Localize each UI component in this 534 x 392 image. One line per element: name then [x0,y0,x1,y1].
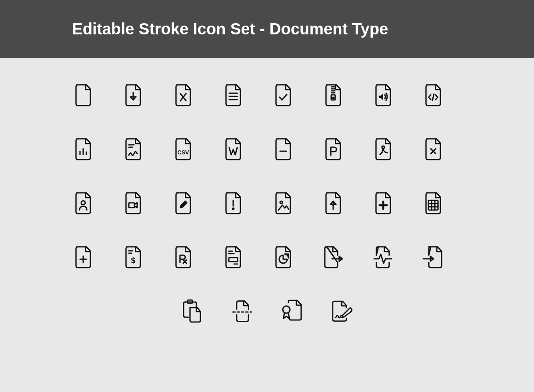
svg-rect-7 [428,200,438,210]
file-csv-icon: CSV [172,136,194,162]
file-edit-icon [172,190,194,216]
file-alert-icon [222,190,244,216]
file-clipboard-icon [181,298,203,324]
file-check-icon [272,82,294,108]
icon-row [72,82,462,108]
file-signature-icon [122,136,144,162]
icon-grid: CSV [0,58,534,368]
file-upload-icon [322,190,344,216]
file-break-icon [231,298,253,324]
file-chart-bar-icon [72,136,94,162]
file-pdf-icon [372,136,394,162]
svg-text:$: $ [131,256,135,265]
page-title: Editable Stroke Icon Set - Document Type [0,0,534,58]
icon-row [72,190,462,216]
file-image-icon [272,190,294,216]
file-minus-icon [272,136,294,162]
file-excel-icon [172,82,194,108]
file-remove-icon [422,136,444,162]
icon-row: CSV [72,136,462,162]
file-spreadsheet-icon [422,190,444,216]
file-certificate-icon [281,298,303,324]
title-text: Editable Stroke Icon Set - Document Type [72,20,388,38]
file-export-icon [322,244,344,270]
file-import-icon [422,244,444,270]
file-prescription-icon [172,244,194,270]
svg-rect-9 [229,258,238,262]
file-text-icon [222,82,244,108]
file-form-icon [222,244,244,270]
svg-point-6 [280,201,282,204]
file-invoice-icon: $ [122,244,144,270]
svg-text:CSV: CSV [177,149,189,156]
file-download-icon [122,82,144,108]
file-word-icon [222,136,244,162]
svg-rect-4 [129,203,134,208]
svg-point-3 [81,201,85,205]
file-user-icon [72,190,94,216]
file-medical-icon [372,190,394,216]
file-add-icon [72,244,94,270]
file-pie-icon [272,244,294,270]
icon-row: $ [72,244,462,270]
file-blank-icon [72,82,94,108]
svg-point-5 [232,208,234,210]
file-activity-icon [372,244,394,270]
file-audio-icon [372,82,394,108]
file-code-icon [422,82,444,108]
file-zip-icon [322,82,344,108]
icon-row [72,298,462,324]
file-powerpoint-icon [322,136,344,162]
file-video-icon [122,190,144,216]
file-sign-icon [331,298,353,324]
svg-point-1 [332,97,334,99]
